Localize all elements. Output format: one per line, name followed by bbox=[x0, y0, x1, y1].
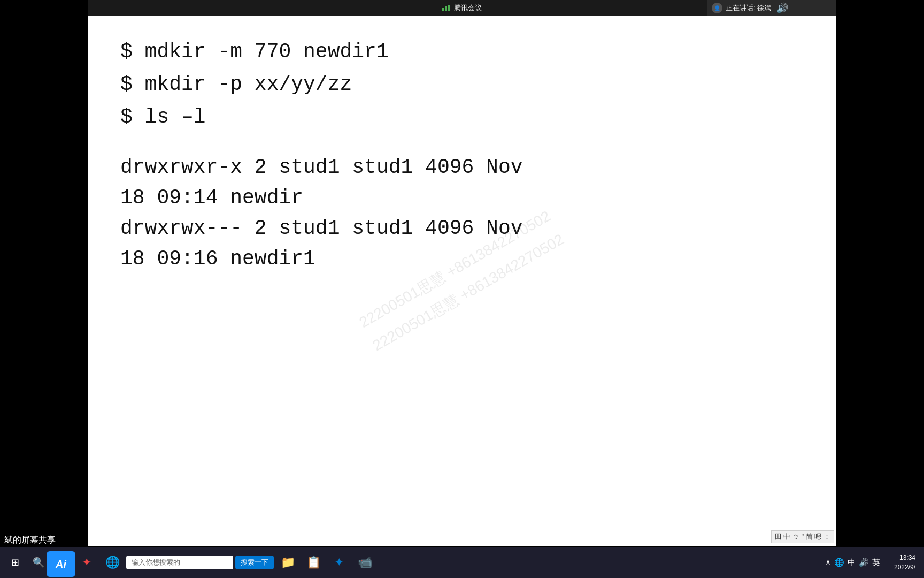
search-input-label: 输入你想搜索的 bbox=[132, 558, 180, 567]
taskbar: ⊞ 🔍 ⧉ ✦ 🌐 输入你想搜索的 搜索一下 📁 📋 ✦ 📹 ∧ 🌐 中 🔊 英… bbox=[0, 547, 924, 578]
system-clock: 13:34 2022/9/ bbox=[883, 553, 915, 572]
sogou-app[interactable]: ✦ bbox=[75, 551, 98, 574]
speaker-label: 正在讲话: 徐斌 bbox=[726, 3, 771, 13]
ime-options: 田 中 ㄅ " 简 嗯 ： bbox=[775, 532, 830, 542]
right-sidebar bbox=[836, 0, 924, 578]
command-2: $ mkdir -p xx/yy/zz bbox=[120, 70, 804, 98]
speaker-icon[interactable]: 🔊 bbox=[859, 558, 869, 567]
ai-logo[interactable]: Ai bbox=[47, 551, 75, 577]
clock-time: 13:34 bbox=[883, 553, 915, 562]
browser-app[interactable]: 🌐 bbox=[101, 551, 124, 574]
search-button[interactable]: 🔍 bbox=[28, 552, 49, 573]
output-line-3: drwxrwx--- 2 stud1 stud1 4096 Nov bbox=[120, 214, 804, 242]
system-tray: ∧ 🌐 中 🔊 英 13:34 2022/9/ bbox=[825, 553, 920, 572]
speaker-avatar: 👤 bbox=[712, 3, 722, 13]
clock-date: 2022/9/ bbox=[883, 562, 915, 572]
meeting-name: 腾讯会议 bbox=[454, 3, 482, 13]
ime-toolbar[interactable]: 田 中 ㄅ " 简 嗯 ： bbox=[771, 530, 834, 543]
command-1: $ mdkir -m 770 newdir1 bbox=[120, 37, 804, 66]
meeting-app[interactable]: 📹 bbox=[353, 551, 376, 574]
chevron-up-icon[interactable]: ∧ bbox=[825, 558, 831, 567]
speaker-info: 👤 正在讲话: 徐斌 🔊 bbox=[707, 0, 836, 16]
left-sidebar: 斌的屏幕共享 bbox=[0, 0, 88, 578]
ime-lang-icon[interactable]: 中 bbox=[848, 558, 856, 568]
ai-label: Ai bbox=[56, 558, 66, 571]
file-explorer-app[interactable]: 📁 bbox=[276, 551, 299, 574]
vscode-app[interactable]: ✦ bbox=[327, 551, 351, 574]
output-line-2: 18 09:14 newdir bbox=[120, 184, 804, 212]
search-box[interactable]: 输入你想搜索的 bbox=[126, 556, 233, 569]
terminal-output: drwxrwxr-x 2 stud1 stud1 4096 Nov 18 09:… bbox=[120, 153, 804, 273]
command-3: $ ls –l bbox=[120, 103, 804, 131]
output-line-1: drwxrwxr-x 2 stud1 stud1 4096 Nov bbox=[120, 153, 804, 181]
start-button[interactable]: ⊞ bbox=[4, 552, 26, 573]
output-line-4: 18 09:16 newdir1 bbox=[120, 245, 804, 273]
search-submit-btn[interactable]: 搜索一下 bbox=[235, 556, 274, 569]
meeting-title: 腾讯会议 bbox=[442, 3, 482, 13]
network-icon[interactable]: 🌐 bbox=[834, 558, 844, 567]
notes-app[interactable]: 📋 bbox=[302, 551, 325, 574]
terminal-commands: $ mdkir -m 770 newdir1 $ mkdir -p xx/yy/… bbox=[120, 37, 804, 273]
signal-icon bbox=[442, 5, 450, 11]
main-content: $ mdkir -m 770 newdir1 $ mkdir -p xx/yy/… bbox=[88, 16, 836, 546]
screen-share-label: 斌的屏幕共享 bbox=[4, 535, 56, 546]
language-icon[interactable]: 英 bbox=[872, 558, 880, 568]
